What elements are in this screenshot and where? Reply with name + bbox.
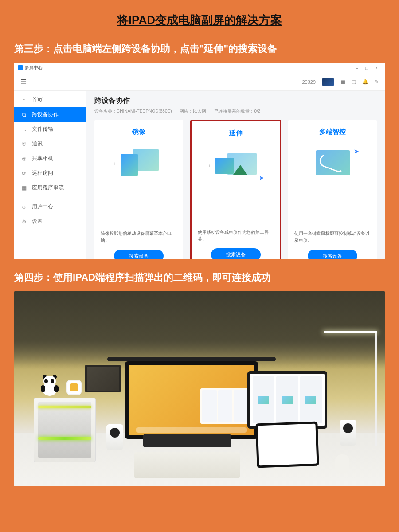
sidebar-item-file-transfer[interactable]: ⇋文件传输: [14, 122, 86, 137]
speaker-left: [106, 424, 123, 450]
edit-icon[interactable]: ✎: [375, 79, 379, 85]
search-device-button[interactable]: 搜索设备: [211, 248, 261, 259]
monitor-dialog: [200, 388, 250, 424]
card-desc: 使用一套键盘鼠标即可控制移动设备以及电脑。: [294, 230, 371, 243]
sidebar-item-cross-device[interactable]: ⧉跨设备协作: [14, 107, 86, 122]
sidebar-label: 文件传输: [32, 126, 53, 133]
card-desc: 使用移动设备或电脑作为您的第二屏幕。: [198, 229, 274, 242]
desk-lamp-pole: [375, 331, 377, 446]
speaker-right: [340, 420, 356, 446]
preview-thumb[interactable]: [322, 78, 334, 86]
speaker-icon[interactable]: ⯀: [340, 79, 345, 85]
taskbar: [136, 427, 247, 433]
multicontrol-illustration: ➤: [306, 146, 359, 184]
search-device-button[interactable]: 搜索设备: [114, 250, 164, 259]
desk-lamp-head: [324, 331, 377, 333]
mouse: [335, 454, 349, 474]
page-title: 将IPAD变成电脑副屏的解决方案: [0, 0, 399, 38]
device-name: 设备名称：CHINAMI-TEDPNOD(680E): [94, 108, 172, 114]
grid-icon: ▦: [20, 185, 27, 191]
sidebar-item-home[interactable]: ⌂首页: [14, 93, 86, 107]
sidebar-label: 设置: [32, 218, 43, 225]
main-area: 跨设备协作 设备名称：CHINAMI-TEDPNOD(680E) 网络：以太网 …: [86, 91, 385, 259]
sidebar-item-remote[interactable]: ⟳远程访问: [14, 166, 86, 180]
card-multicontrol[interactable]: 多端智控 ➤ 使用一套键盘鼠标即可控制移动设备以及电脑。 搜索设备: [288, 120, 377, 259]
section-title: 跨设备协作: [94, 96, 377, 106]
app-name: 多屏中心: [25, 65, 43, 71]
tablet: [255, 422, 319, 468]
window-min-button[interactable]: –: [352, 66, 362, 70]
devices-icon: ⧉: [20, 112, 27, 118]
session-id: 20329: [302, 79, 316, 85]
screen-count: 已连接屏幕的数量：0/2: [214, 108, 260, 114]
picture-frame: [85, 365, 121, 392]
user-icon: ☺: [20, 204, 27, 210]
soundbar: [143, 434, 231, 447]
monitor: [125, 361, 258, 439]
sidebar-label: 通讯: [32, 141, 43, 147]
phone-icon: ✆: [20, 141, 27, 147]
sidebar-item-comm[interactable]: ✆通讯: [14, 137, 86, 151]
sidebar-item-settings[interactable]: ⚙设置: [14, 214, 86, 229]
window-close-button[interactable]: ×: [372, 66, 381, 70]
app-logo-icon: [18, 65, 23, 70]
home-icon: ⌂: [20, 97, 27, 103]
network-info: 网络：以太网: [180, 108, 206, 114]
search-device-button[interactable]: 搜索设备: [308, 250, 357, 259]
sidebar-label: 远程访问: [32, 170, 53, 176]
smart-speaker: [66, 380, 82, 395]
gear-icon: ⚙: [20, 219, 27, 225]
window-max-button[interactable]: □: [362, 66, 372, 70]
device-icon[interactable]: ▢: [352, 79, 356, 85]
card-title: 多端智控: [319, 128, 346, 136]
sidebar-label: 用户中心: [32, 203, 53, 210]
card-title: 延伸: [229, 129, 243, 137]
card-title: 镜像: [132, 128, 145, 136]
sidebar-label: 跨设备协作: [32, 111, 59, 118]
sidebar-label: 应用程序串流: [32, 184, 64, 191]
step-4-label: 第四步：使用IPAD端程序扫描弹出的二维码，即可连接成功: [0, 266, 399, 291]
section-subtitle: 设备名称：CHINAMI-TEDPNOD(680E) 网络：以太网 已连接屏幕的…: [94, 108, 377, 114]
mirror-illustration: +: [112, 146, 165, 184]
step-3-label: 第三步：点击电脑端左侧跨设备协助，点击"延伸"的搜索设备: [0, 38, 399, 63]
remote-icon: ⟳: [20, 170, 27, 176]
camera-icon: ◎: [20, 156, 27, 162]
sidebar-label: 共享相机: [32, 155, 53, 162]
card-mirror[interactable]: 镜像 + 镜像投影您的移动设备屏幕至本台电脑。 搜索设备: [94, 120, 183, 259]
app-screenshot: 多屏中心 – □ × ☰ 20329 ⯀ ▢ 🔔 ✎ ⌂首页 ⧉跨设备协作 ⇋文…: [14, 63, 385, 259]
sidebar-label: 首页: [32, 97, 43, 103]
panda-plush: [40, 376, 59, 396]
card-desc: 镜像投影您的移动设备屏幕至本台电脑。: [101, 230, 177, 243]
ipad-secondary-screen: [247, 371, 327, 429]
keyboard: [134, 452, 240, 478]
sidebar-item-camera[interactable]: ◎共享相机: [14, 151, 86, 166]
hamburger-icon[interactable]: ☰: [20, 78, 27, 86]
desk-photo: [14, 291, 385, 486]
sidebar: ⌂首页 ⧉跨设备协作 ⇋文件传输 ✆通讯 ◎共享相机 ⟳远程访问 ▦应用程序串流…: [14, 91, 86, 259]
bell-icon[interactable]: 🔔: [362, 79, 368, 85]
card-extend[interactable]: 延伸 +➤ 使用移动设备或电脑作为您的第二屏幕。 搜索设备: [190, 120, 282, 259]
monitor-lightbar: [107, 357, 276, 361]
sidebar-item-user[interactable]: ☺用户中心: [14, 200, 86, 214]
extend-illustration: +➤: [209, 147, 262, 185]
window-titlebar: 多屏中心 – □ ×: [14, 63, 385, 73]
topbar: ☰ 20329 ⯀ ▢ 🔔 ✎: [14, 73, 385, 91]
transfer-icon: ⇋: [20, 126, 27, 133]
sidebar-item-stream[interactable]: ▦应用程序串流: [14, 180, 86, 195]
